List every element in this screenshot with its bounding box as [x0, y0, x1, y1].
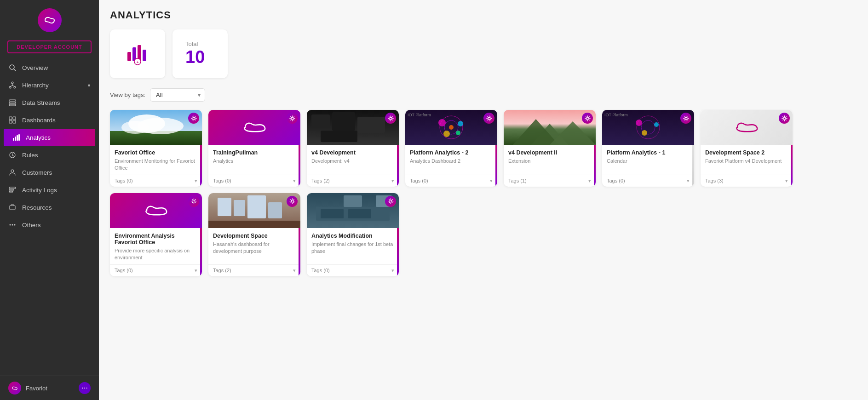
- card-tags-label: Tags (0): [410, 178, 428, 183]
- card-tags-row: Tags (0) ▾: [110, 175, 202, 187]
- svg-rect-8: [9, 100, 16, 101]
- svg-rect-75: [268, 202, 282, 218]
- card-gear-button[interactable]: [188, 113, 199, 124]
- filter-row: View by tags: All Tag 1 Tag 2 Tag 3: [110, 88, 857, 102]
- card-body: Platform Analytics - 2 Analytics Dashboa…: [405, 145, 497, 167]
- card-gear-button[interactable]: [188, 196, 199, 207]
- chevron-down-icon[interactable]: ▾: [293, 178, 296, 184]
- chevron-right-icon: ●: [87, 82, 91, 88]
- svg-rect-15: [13, 138, 14, 141]
- card-title: v4 Development II: [508, 149, 591, 156]
- card-body: Development Space 2 Favoriot Platform v4…: [701, 145, 793, 167]
- chevron-down-icon[interactable]: ▾: [293, 268, 296, 274]
- chevron-down-icon[interactable]: ▾: [785, 178, 788, 184]
- card-development-space-2[interactable]: Development Space 2 Favoriot Platform v4…: [701, 110, 793, 187]
- card-body: Platform Analytics - 1 Calendar: [602, 145, 694, 167]
- svg-rect-81: [348, 209, 371, 218]
- card-gear-button[interactable]: [680, 113, 691, 124]
- developer-account-button[interactable]: DEVELOPER ACCOUNT: [7, 40, 92, 53]
- summary-card-visual: +: [110, 29, 165, 78]
- sidebar-item-analytics[interactable]: Analytics: [4, 129, 95, 146]
- sidebar-item-overview[interactable]: Overview: [0, 59, 99, 76]
- card-gear-button[interactable]: [385, 196, 396, 207]
- dashboards-icon: [8, 116, 17, 124]
- svg-rect-44: [321, 131, 357, 142]
- chevron-down-icon[interactable]: ▾: [391, 178, 394, 184]
- footer-menu-button[interactable]: ⋯: [79, 382, 91, 394]
- svg-rect-43: [357, 117, 385, 133]
- card-tags-label: Tags (0): [115, 178, 133, 183]
- svg-line-1: [14, 69, 16, 71]
- svg-rect-12: [13, 117, 16, 120]
- chevron-down-icon[interactable]: ▾: [195, 178, 197, 184]
- card-subtitle: Analytics: [213, 158, 296, 165]
- svg-rect-9: [9, 102, 16, 103]
- sidebar-item-label: Activity Logs: [22, 187, 91, 194]
- svg-rect-72: [218, 198, 231, 216]
- sidebar-item-rules[interactable]: Rules: [0, 146, 99, 164]
- card-platform-analytics-2[interactable]: IOT Platform Platform Analytics - 2 Anal…: [405, 110, 497, 187]
- footer-logo: [8, 382, 21, 394]
- tags-filter-select[interactable]: All Tag 1 Tag 2 Tag 3: [150, 88, 205, 102]
- svg-rect-31: [143, 50, 146, 61]
- svg-rect-23: [9, 191, 13, 192]
- card-subtitle: Hasanah's dashboard for development purp…: [213, 241, 296, 255]
- svg-rect-17: [17, 135, 18, 141]
- cards-row-1: Favoriot Office Environment Monitoring f…: [110, 110, 857, 187]
- analytics-graphic: +: [121, 37, 154, 69]
- chevron-down-icon[interactable]: ▾: [391, 268, 394, 274]
- card-gear-button[interactable]: [779, 113, 790, 124]
- svg-point-51: [443, 131, 450, 137]
- svg-rect-13: [9, 120, 12, 123]
- card-analytics-modification[interactable]: Analytics Modification Implement final c…: [307, 193, 399, 276]
- sidebar-item-hierarchy[interactable]: Hierarchy ●: [0, 76, 99, 94]
- sidebar-item-resources[interactable]: Resources: [0, 199, 99, 216]
- card-gear-button[interactable]: [287, 196, 298, 207]
- svg-text:IOT Platform: IOT Platform: [604, 113, 628, 117]
- card-tags-label: Tags (0): [115, 268, 133, 273]
- card-subtitle: Analytics Dashboard 2: [410, 158, 493, 165]
- analytics-icon: [12, 133, 20, 142]
- card-tags-label: Tags (1): [508, 178, 527, 183]
- card-trainingpullman[interactable]: TrainingPullman Analytics Tags (0) ▾: [208, 110, 300, 187]
- chevron-down-icon[interactable]: ▾: [195, 268, 197, 274]
- svg-point-77: [291, 200, 293, 202]
- rules-icon: [8, 151, 17, 159]
- sidebar-item-customers[interactable]: Customers: [0, 164, 99, 181]
- card-subtitle: Implement final changes for 1st beta pha…: [311, 241, 394, 255]
- card-tags-row: Tags (1) ▾: [504, 175, 596, 187]
- sidebar-item-others[interactable]: Others: [0, 216, 99, 234]
- chevron-down-icon[interactable]: ▾: [588, 178, 591, 184]
- card-favoriot-office[interactable]: Favoriot Office Environment Monitoring f…: [110, 110, 202, 187]
- svg-point-64: [636, 120, 642, 126]
- card-gear-button[interactable]: [582, 113, 593, 124]
- card-gear-button[interactable]: [385, 113, 396, 124]
- sidebar-item-label: Resources: [22, 204, 91, 211]
- card-body: Favoriot Office Environment Monitoring f…: [110, 145, 202, 175]
- card-v4-development-2[interactable]: v4 Development II Extension Tags (1) ▾: [504, 110, 596, 187]
- card-tags-row: Tags (0) ▾: [110, 264, 202, 276]
- sidebar-item-label: Analytics: [26, 134, 87, 141]
- card-tags-row: Tags (2) ▾: [307, 175, 399, 187]
- card-gear-button[interactable]: [287, 113, 298, 124]
- card-tags-row: Tags (2) ▾: [208, 264, 300, 276]
- svg-point-68: [685, 117, 687, 120]
- sidebar-item-dashboards[interactable]: Dashboards: [0, 111, 99, 129]
- svg-point-3: [9, 86, 11, 88]
- card-platform-analytics-1[interactable]: IOT Platform Platform Analytics - 1 Cale…: [602, 110, 694, 187]
- chevron-down-icon[interactable]: ▾: [490, 178, 493, 184]
- card-environment-analysis[interactable]: Environment Analysis Favoriot Office Pro…: [110, 193, 202, 276]
- sidebar-item-activitylogs[interactable]: Activity Logs: [0, 181, 99, 199]
- svg-point-25: [10, 224, 11, 226]
- chevron-down-icon[interactable]: ▾: [687, 178, 690, 184]
- card-body: Development Space Hasanah's dashboard fo…: [208, 228, 300, 258]
- summary-total-card: Total 10: [172, 29, 228, 78]
- card-development-space[interactable]: Development Space Hasanah's dashboard fo…: [208, 193, 300, 276]
- card-v4-development[interactable]: v4 Development Development: v4 Tags (2) …: [307, 110, 399, 187]
- sidebar-item-datastreams[interactable]: Data Streams: [0, 94, 99, 111]
- svg-point-4: [14, 86, 16, 88]
- sidebar-item-label: Dashboards: [22, 117, 91, 124]
- card-tags-row: Tags (0) ▾: [405, 175, 497, 187]
- tags-filter-wrapper: All Tag 1 Tag 2 Tag 3: [150, 88, 205, 102]
- card-gear-button[interactable]: [483, 113, 494, 124]
